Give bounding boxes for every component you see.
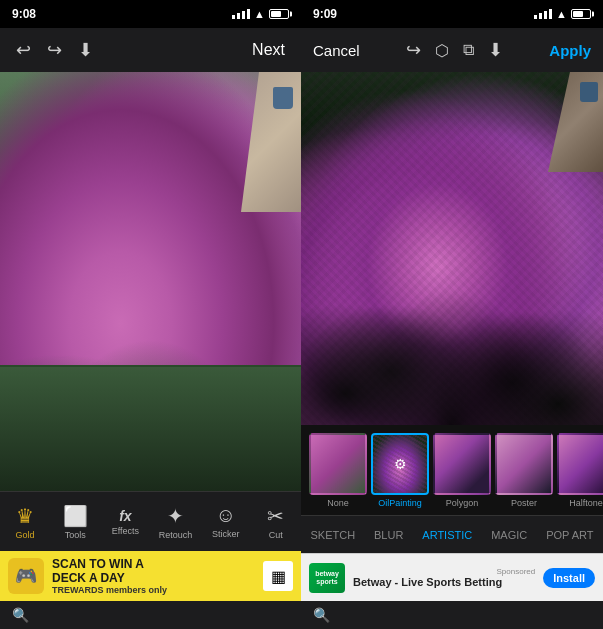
right-top-toolbar: Cancel ↪ ⬡ ⧉ ⬇ Apply bbox=[301, 28, 603, 72]
filter-none-label: None bbox=[327, 498, 349, 508]
tool-gold[interactable]: ♛ Gold bbox=[5, 504, 45, 540]
tab-artistic[interactable]: ARTISTIC bbox=[416, 525, 478, 545]
redo-icon[interactable]: ↪ bbox=[47, 39, 62, 61]
qr-icon: ▦ bbox=[263, 561, 293, 591]
tool-tools-label: Tools bbox=[65, 530, 86, 540]
tab-blur[interactable]: BLUR bbox=[368, 525, 409, 545]
sticker-icon: ☺ bbox=[215, 504, 235, 527]
left-top-toolbar: ↩ ↪ ⬇ Next bbox=[0, 28, 301, 72]
next-button[interactable]: Next bbox=[252, 41, 285, 59]
signal-icon bbox=[232, 9, 250, 19]
right-pot bbox=[580, 82, 598, 102]
left-panel: 9:08 ▲ ↩ ↪ ⬇ Next bbox=[0, 0, 301, 629]
tool-effects-label: Effects bbox=[112, 526, 139, 536]
tool-gold-label: Gold bbox=[16, 530, 35, 540]
left-toolbar-icons: ↩ ↪ ⬇ bbox=[16, 39, 93, 61]
tab-magic[interactable]: MAGIC bbox=[485, 525, 533, 545]
left-ad-banner[interactable]: 🎮 SCAN TO WIN A DECK A DAY TREWARDS memb… bbox=[0, 551, 301, 601]
betway-logo: betwaysports bbox=[309, 563, 345, 593]
right-download-icon[interactable]: ⬇ bbox=[488, 39, 503, 61]
filter-none[interactable]: None bbox=[309, 433, 367, 508]
tool-effects[interactable]: fx Effects bbox=[105, 508, 145, 536]
right-image-area bbox=[301, 72, 603, 425]
filter-halftone-thumb bbox=[557, 433, 603, 495]
filter-polygon[interactable]: Polygon bbox=[433, 433, 491, 508]
right-redo-icon[interactable]: ↪ bbox=[406, 39, 421, 61]
right-toolbar-icons: ↪ ⬡ ⧉ ⬇ bbox=[406, 39, 503, 61]
ad-title-line1: SCAN TO WIN A bbox=[52, 557, 255, 571]
download-icon[interactable]: ⬇ bbox=[78, 39, 93, 61]
filter-poster-thumb bbox=[495, 433, 553, 495]
left-status-bar: 9:08 ▲ bbox=[0, 0, 301, 28]
right-status-bar: 9:09 ▲ bbox=[301, 0, 603, 28]
apply-button[interactable]: Apply bbox=[549, 42, 591, 59]
right-ad-banner[interactable]: betwaysports Sponsored Betway - Live Spo… bbox=[301, 553, 603, 601]
filter-halftone[interactable]: Halftone bbox=[557, 433, 603, 508]
right-magnify-icon[interactable]: 🔍 bbox=[313, 607, 330, 623]
betway-ad-title: Betway - Live Sports Betting bbox=[353, 576, 535, 588]
ad-subtitle: TREWARDS members only bbox=[52, 585, 255, 595]
tool-tools[interactable]: ⬜ Tools bbox=[55, 504, 95, 540]
right-status-icons: ▲ bbox=[534, 8, 591, 20]
filter-polygon-thumb bbox=[433, 433, 491, 495]
left-image-area bbox=[0, 72, 301, 491]
undo-icon[interactable]: ↩ bbox=[16, 39, 31, 61]
left-status-icons: ▲ bbox=[232, 8, 289, 20]
filter-poster[interactable]: Poster bbox=[495, 433, 553, 508]
retouch-icon: ✦ bbox=[167, 504, 184, 528]
erase-icon[interactable]: ⬡ bbox=[435, 41, 449, 60]
tool-cut[interactable]: ✂ Cut bbox=[256, 504, 296, 540]
wifi-icon: ▲ bbox=[254, 8, 265, 20]
left-bottom-bar: 🔍 bbox=[0, 601, 301, 629]
ad-title-line2: DECK A DAY bbox=[52, 571, 255, 585]
tool-sticker-label: Sticker bbox=[212, 529, 240, 539]
artistic-leaves bbox=[301, 213, 603, 425]
ad-scan-area: ▦ bbox=[263, 561, 293, 591]
cancel-button[interactable]: Cancel bbox=[313, 42, 360, 59]
tool-sticker[interactable]: ☺ Sticker bbox=[206, 504, 246, 539]
filter-strip: None ⚙ OilPainting Polygon Poster Halfto… bbox=[301, 425, 603, 515]
tool-retouch[interactable]: ✦ Retouch bbox=[156, 504, 196, 540]
filter-oil-thumb: ⚙ bbox=[371, 433, 429, 495]
tools-icon: ⬜ bbox=[63, 504, 88, 528]
right-signal-icon bbox=[534, 9, 552, 19]
effects-icon: fx bbox=[119, 508, 131, 524]
betway-text: Sponsored Betway - Live Sports Betting bbox=[353, 567, 535, 588]
tool-cut-label: Cut bbox=[269, 530, 283, 540]
filter-oilpainting[interactable]: ⚙ OilPainting bbox=[371, 433, 429, 508]
artistic-photo bbox=[301, 72, 603, 425]
pot bbox=[273, 87, 293, 109]
left-magnify-icon[interactable]: 🔍 bbox=[12, 607, 29, 623]
left-bottom-toolbar: ♛ Gold ⬜ Tools fx Effects ✦ Retouch ☺ St… bbox=[0, 491, 301, 551]
right-time: 9:09 bbox=[313, 7, 337, 21]
filter-none-thumb bbox=[309, 433, 367, 495]
grass bbox=[0, 365, 301, 491]
filter-polygon-label: Polygon bbox=[446, 498, 479, 508]
tool-retouch-label: Retouch bbox=[159, 530, 193, 540]
filter-tabs: SKETCH BLUR ARTISTIC MAGIC POP ART bbox=[301, 515, 603, 553]
install-button[interactable]: Install bbox=[543, 568, 595, 588]
cut-icon: ✂ bbox=[267, 504, 284, 528]
tab-sketch[interactable]: SKETCH bbox=[304, 525, 361, 545]
tab-popart[interactable]: POP ART bbox=[540, 525, 599, 545]
gold-icon: ♛ bbox=[16, 504, 34, 528]
ad-text: SCAN TO WIN A DECK A DAY TREWARDS member… bbox=[52, 557, 255, 596]
filter-oil-label: OilPainting bbox=[378, 498, 422, 508]
left-time: 9:08 bbox=[12, 7, 36, 21]
battery-icon bbox=[269, 9, 289, 19]
filter-poster-label: Poster bbox=[511, 498, 537, 508]
filter-halftone-label: Halftone bbox=[569, 498, 603, 508]
layers-icon[interactable]: ⧉ bbox=[463, 41, 474, 59]
right-wifi-icon: ▲ bbox=[556, 8, 567, 20]
sponsored-label: Sponsored bbox=[353, 567, 535, 576]
right-panel: 9:09 ▲ Cancel ↪ ⬡ ⧉ ⬇ Apply bbox=[301, 0, 603, 629]
right-battery-icon bbox=[571, 9, 591, 19]
right-bottom-bar: 🔍 bbox=[301, 601, 603, 629]
filter-oil-icon: ⚙ bbox=[394, 456, 407, 472]
ad-logo: 🎮 bbox=[8, 558, 44, 594]
flower-photo bbox=[0, 72, 301, 491]
